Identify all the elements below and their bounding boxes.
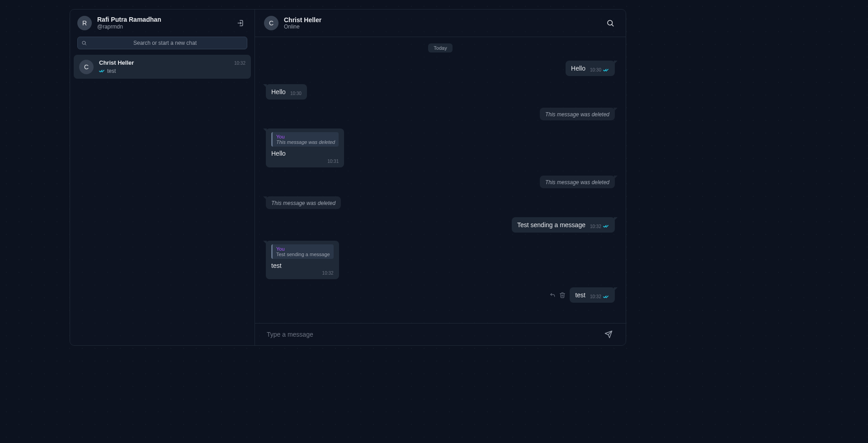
double-check-icon — [99, 69, 105, 73]
message-time: 10:30 — [290, 91, 302, 96]
composer — [255, 323, 626, 345]
date-chip: Today — [428, 43, 452, 52]
message-hover-actions — [549, 287, 566, 303]
sidebar: R Rafi Putra Ramadhan @raprmdn — [70, 10, 255, 345]
message-text: Test sending a message — [517, 221, 585, 229]
double-check-icon — [603, 224, 609, 229]
app-shell: R Rafi Putra Ramadhan @raprmdn — [70, 9, 626, 346]
svg-point-2 — [608, 20, 613, 25]
svg-line-3 — [612, 24, 613, 26]
message-row: Test sending a message 10:32 — [266, 217, 615, 233]
message-row: Hello 10:30 — [266, 84, 615, 100]
search-icon — [81, 40, 87, 46]
contact-avatar[interactable]: C — [264, 16, 278, 30]
message-list[interactable]: Today Hello 10:30 — [255, 37, 626, 323]
reply-title: You — [276, 134, 335, 139]
search-input[interactable] — [87, 39, 243, 47]
svg-point-0 — [82, 41, 85, 44]
message-row: This message was deleted — [266, 176, 615, 188]
reply-button[interactable] — [549, 291, 556, 299]
chat-item-preview: test — [99, 68, 245, 74]
double-check-icon — [603, 68, 609, 72]
message-bubble-in[interactable]: You This message was deleted Hello 10:31 — [266, 129, 344, 167]
contact-avatar-letter: C — [269, 19, 274, 27]
own-user-name: Rafi Putra Ramadhan — [97, 16, 235, 24]
message-row: This message was deleted — [266, 108, 615, 120]
own-user-info: Rafi Putra Ramadhan @raprmdn — [97, 16, 235, 30]
message-row: Hello 10:30 — [266, 61, 615, 76]
deleted-message-out[interactable]: This message was deleted — [540, 108, 615, 120]
sidebar-header: R Rafi Putra Ramadhan @raprmdn — [70, 10, 255, 37]
search-wrap — [70, 37, 255, 55]
message-text: test — [271, 262, 334, 270]
message-text: Hello — [271, 88, 286, 96]
chat-item-preview-text: test — [107, 68, 116, 74]
trash-icon — [559, 292, 566, 298]
double-check-icon — [603, 295, 609, 299]
search-icon — [606, 19, 614, 27]
reply-body: Test sending a message — [276, 252, 330, 257]
message-bubble-out[interactable]: Hello 10:30 — [566, 61, 615, 76]
deleted-message-out[interactable]: This message was deleted — [540, 176, 615, 188]
chat-list: C Christ Heller 10:32 t — [70, 55, 255, 345]
message-text: Hello — [271, 149, 339, 157]
message-time: 10:32 — [590, 224, 601, 229]
message-row: test 10:32 — [266, 287, 615, 303]
message-bubble-in[interactable]: You Test sending a message test 10:32 — [266, 241, 339, 279]
reply-quote[interactable]: You Test sending a message — [271, 244, 334, 259]
reply-quote[interactable]: You This message was deleted — [271, 132, 339, 147]
chat-list-item[interactable]: C Christ Heller 10:32 t — [74, 55, 251, 79]
svg-line-1 — [85, 44, 86, 45]
reply-title: You — [276, 246, 330, 252]
message-bubble-out[interactable]: test 10:32 — [570, 287, 615, 303]
chat-item-avatar: C — [79, 60, 94, 74]
contact-name: Christ Heller — [284, 16, 604, 24]
reply-icon — [549, 292, 556, 298]
message-bubble-out[interactable]: Test sending a message 10:32 — [512, 217, 615, 233]
send-icon — [604, 330, 613, 338]
message-time: 10:32 — [590, 294, 601, 299]
own-avatar-letter: R — [82, 19, 87, 27]
message-row: You Test sending a message test 10:32 — [266, 241, 615, 279]
chat-item-time: 10:32 — [234, 61, 245, 66]
search-box[interactable] — [77, 37, 247, 49]
message-time: 10:31 — [327, 159, 339, 164]
contact-status: Online — [284, 24, 604, 30]
delete-button[interactable] — [559, 291, 566, 299]
own-user-handle: @raprmdn — [97, 24, 235, 31]
own-avatar[interactable]: R — [77, 16, 92, 30]
chat-item-avatar-letter: C — [84, 63, 89, 71]
message-bubble-in[interactable]: Hello 10:30 — [266, 84, 307, 100]
logout-button[interactable] — [235, 17, 247, 29]
logout-icon — [237, 19, 245, 27]
message-row: You This message was deleted Hello 10:31 — [266, 129, 615, 167]
message-input[interactable] — [266, 330, 602, 338]
reply-body: This message was deleted — [276, 139, 335, 145]
message-row: This message was deleted — [266, 196, 615, 209]
chat-search-button[interactable] — [604, 17, 617, 29]
deleted-text: This message was deleted — [545, 111, 609, 118]
deleted-message-in[interactable]: This message was deleted — [266, 196, 341, 209]
chat-header: C Christ Heller Online — [255, 10, 626, 37]
message-text: Hello — [571, 64, 585, 72]
send-button[interactable] — [602, 328, 615, 341]
message-time: 10:32 — [322, 271, 334, 276]
chat-panel: C Christ Heller Online Today Hello — [255, 10, 626, 345]
message-time: 10:30 — [590, 67, 601, 72]
deleted-text: This message was deleted — [271, 200, 335, 206]
deleted-text: This message was deleted — [545, 179, 609, 186]
chat-item-name: Christ Heller — [99, 59, 134, 66]
message-text: test — [575, 291, 585, 299]
